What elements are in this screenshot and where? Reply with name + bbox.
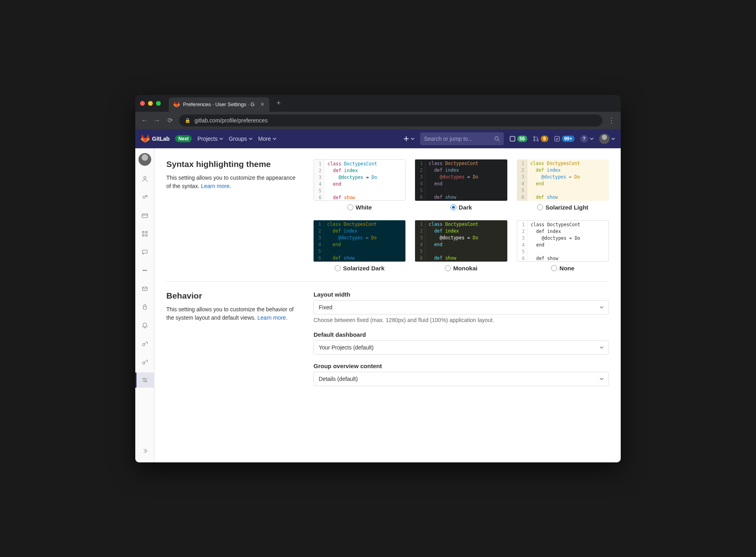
window-close[interactable] bbox=[140, 101, 145, 106]
brand-text: GitLab bbox=[152, 136, 170, 142]
reload-button[interactable]: ⟳ bbox=[166, 116, 173, 124]
svg-rect-13 bbox=[146, 235, 147, 236]
behavior-desc: This setting allows you to customize the… bbox=[166, 305, 298, 322]
chevron-down-icon bbox=[590, 137, 594, 141]
radio-icon bbox=[551, 265, 557, 271]
gitlab-logo[interactable]: GitLab bbox=[141, 134, 170, 143]
account-icon bbox=[142, 194, 148, 200]
behavior-section: Behavior This setting allows you to cust… bbox=[166, 281, 609, 404]
sidebar-item-preferences[interactable] bbox=[135, 373, 154, 388]
credit-card-icon bbox=[142, 212, 148, 219]
sidebar-item-account[interactable] bbox=[135, 190, 154, 205]
theme-label: Solarized Light bbox=[546, 204, 588, 211]
group-overview-value: Details (default) bbox=[319, 376, 358, 382]
sidebar-item-billing[interactable] bbox=[135, 208, 154, 223]
key-icon bbox=[142, 340, 148, 347]
window-max[interactable] bbox=[156, 101, 161, 106]
help-menu[interactable]: ? bbox=[580, 135, 594, 143]
back-button[interactable]: ← bbox=[141, 117, 148, 124]
window-min[interactable] bbox=[148, 101, 153, 106]
url-text: gitlab.com/profile/preferences bbox=[195, 117, 268, 124]
radio-icon bbox=[445, 265, 451, 271]
nav-projects[interactable]: Projects bbox=[197, 136, 223, 142]
theme-option-solarized-dark[interactable]: 1 2 3 4 5 6 class DoctypesCont def index… bbox=[314, 220, 405, 272]
search-icon bbox=[494, 136, 500, 142]
sidebar-item-notifications[interactable] bbox=[135, 318, 154, 333]
plus-icon bbox=[403, 136, 409, 142]
theme-option-solarized-light[interactable]: 1 2 3 4 5 6 class DoctypesCont def index… bbox=[517, 159, 609, 211]
syntax-desc: This setting allows you to customize the… bbox=[166, 174, 298, 190]
group-overview-label: Group overview content bbox=[314, 363, 609, 369]
theme-label: Solarized Dark bbox=[343, 265, 384, 272]
svg-point-15 bbox=[142, 270, 144, 271]
chevron-down-icon bbox=[411, 137, 415, 141]
todos-icon bbox=[554, 136, 560, 142]
dashboard-select[interactable]: Your Projects (default) bbox=[314, 340, 609, 355]
theme-option-dark[interactable]: 1 2 3 4 5 6 class DoctypesCont def index… bbox=[415, 159, 507, 211]
sidebar-item-ssh-keys[interactable] bbox=[135, 336, 154, 351]
help-icon: ? bbox=[580, 135, 588, 143]
forward-button[interactable]: → bbox=[154, 117, 161, 124]
search-input[interactable]: Search or jump to... bbox=[420, 132, 504, 145]
svg-point-6 bbox=[144, 177, 146, 179]
layout-width-select[interactable]: Fixed bbox=[314, 300, 609, 314]
mr-count: 9 bbox=[541, 136, 548, 142]
behavior-learn-more[interactable]: Learn more bbox=[257, 314, 286, 321]
chevron-down-icon bbox=[600, 377, 604, 381]
lock-icon bbox=[142, 304, 148, 310]
sidebar-item-tokens[interactable] bbox=[135, 263, 154, 278]
chevron-down-icon bbox=[219, 137, 223, 141]
svg-point-2 bbox=[534, 136, 535, 138]
syntax-learn-more[interactable]: Learn more bbox=[201, 183, 230, 189]
issues-icon bbox=[509, 136, 516, 142]
layout-width-help: Choose between fixed (max. 1280px) and f… bbox=[314, 317, 609, 323]
svg-rect-11 bbox=[146, 231, 147, 233]
chevron-down-icon bbox=[611, 137, 615, 141]
next-badge[interactable]: Next bbox=[175, 135, 192, 142]
new-button[interactable] bbox=[403, 136, 415, 142]
user-menu[interactable] bbox=[599, 134, 615, 144]
theme-option-white[interactable]: 1 2 3 4 5 6 class DoctypesCont def index… bbox=[314, 159, 405, 211]
close-tab-icon[interactable]: ✕ bbox=[260, 101, 265, 107]
sidebar-item-applications[interactable] bbox=[135, 226, 154, 241]
sidebar-item-profile[interactable] bbox=[135, 171, 154, 186]
issues-count: 56 bbox=[517, 136, 527, 142]
issues-link[interactable]: 56 bbox=[509, 136, 527, 142]
nav-groups[interactable]: Groups bbox=[229, 136, 253, 142]
svg-point-17 bbox=[146, 270, 147, 271]
sidebar-avatar[interactable] bbox=[138, 153, 151, 166]
sidebar-item-chat[interactable] bbox=[135, 245, 154, 260]
tab-title: Preferences · User Settings · G bbox=[183, 101, 255, 107]
theme-option-monokai[interactable]: 1 2 3 4 5 6 class DoctypesCont def index… bbox=[415, 220, 507, 272]
merge-requests-link[interactable]: 9 bbox=[533, 136, 548, 142]
layout-width-label: Layout width bbox=[314, 291, 609, 298]
theme-option-none[interactable]: 1 2 3 4 5 6 class DoctypesCont def index… bbox=[517, 220, 609, 272]
sidebar-item-emails[interactable] bbox=[135, 281, 154, 296]
address-bar[interactable]: 🔒 gitlab.com/profile/preferences bbox=[179, 115, 602, 126]
radio-icon bbox=[450, 204, 456, 210]
new-tab-button[interactable]: + bbox=[277, 99, 281, 107]
sidebar-item-password[interactable] bbox=[135, 299, 154, 314]
preview-monokai: 1 2 3 4 5 6 class DoctypesCont def index… bbox=[415, 220, 507, 262]
theme-label: None bbox=[559, 265, 575, 272]
todos-link[interactable]: 99+ bbox=[554, 136, 575, 142]
svg-rect-12 bbox=[142, 235, 144, 236]
browser-tab[interactable]: Preferences · User Settings · G ✕ bbox=[169, 97, 269, 112]
key-icon bbox=[142, 359, 148, 365]
svg-rect-14 bbox=[142, 250, 147, 253]
syntax-section: Syntax highlighting theme This setting a… bbox=[166, 156, 609, 281]
nav-more[interactable]: More bbox=[258, 136, 277, 142]
svg-point-16 bbox=[144, 270, 145, 271]
sidebar-expand[interactable] bbox=[135, 443, 154, 458]
browser-menu-button[interactable]: ⋮ bbox=[608, 116, 615, 125]
preview-solarized-dark: 1 2 3 4 5 6 class DoctypesCont def index… bbox=[314, 220, 405, 262]
chevron-right-icon bbox=[142, 448, 148, 454]
svg-point-22 bbox=[143, 378, 145, 380]
preview-solarized-light: 1 2 3 4 5 6 class DoctypesCont def index… bbox=[517, 159, 609, 201]
group-overview-select[interactable]: Details (default) bbox=[314, 372, 609, 386]
svg-point-4 bbox=[537, 140, 538, 141]
search-placeholder: Search or jump to... bbox=[424, 136, 473, 142]
dashboard-value: Your Projects (default) bbox=[319, 344, 374, 351]
browser-toolbar: ← → ⟳ 🔒 gitlab.com/profile/preferences ⋮ bbox=[135, 112, 621, 129]
sidebar-item-gpg-keys[interactable] bbox=[135, 354, 154, 369]
